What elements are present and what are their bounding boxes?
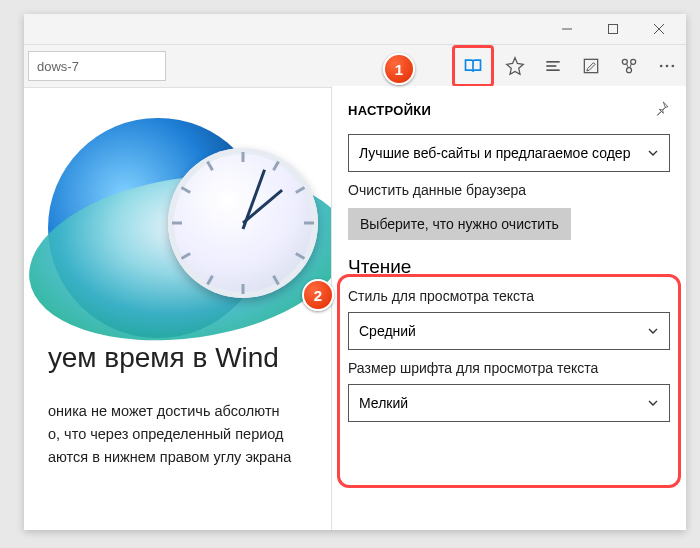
reading-section-header: Чтение <box>348 256 670 278</box>
article-heading: уем время в Wind <box>48 342 319 374</box>
reading-style-label: Стиль для просмотра текста <box>348 288 670 304</box>
window-minimize-button[interactable] <box>544 14 590 44</box>
edge-window: dows-7 уем время в Wind оника не мо <box>24 14 686 530</box>
annotation-marker-2: 2 <box>302 279 334 311</box>
svg-point-12 <box>666 65 669 68</box>
page-content: уем время в Wind оника не может достичь … <box>24 86 331 530</box>
panel-title: НАСТРОЙКИ <box>348 103 431 118</box>
reading-style-value: Средний <box>359 323 416 339</box>
svg-rect-7 <box>584 59 597 72</box>
font-size-value: Мелкий <box>359 395 408 411</box>
article-paragraph: оника не может достичь абсолютн о, что ч… <box>48 400 319 470</box>
topics-select[interactable]: Лучшие веб-сайты и предлагаемое содер <box>348 134 670 172</box>
chevron-down-icon <box>647 397 659 409</box>
clear-data-label: Очистить данные браузера <box>348 182 670 198</box>
clear-data-button[interactable]: Выберите, что нужно очистить <box>348 208 571 240</box>
svg-point-10 <box>627 68 632 73</box>
svg-point-13 <box>672 65 675 68</box>
font-size-label: Размер шрифта для просмотра текста <box>348 360 670 376</box>
window-maximize-button[interactable] <box>590 14 636 44</box>
font-size-select[interactable]: Мелкий <box>348 384 670 422</box>
favorite-star-icon[interactable] <box>496 45 534 87</box>
reading-view-icon[interactable] <box>452 45 494 87</box>
topics-select-value: Лучшие веб-сайты и предлагаемое содер <box>359 145 630 161</box>
chevron-down-icon <box>647 147 659 159</box>
svg-point-11 <box>660 65 663 68</box>
reading-style-select[interactable]: Средний <box>348 312 670 350</box>
more-icon[interactable] <box>648 45 686 87</box>
hero-image <box>48 118 331 318</box>
svg-rect-1 <box>609 25 618 34</box>
hub-icon[interactable] <box>534 45 572 87</box>
screenshot-stage: dows-7 уем время в Wind оника не мо <box>0 0 700 548</box>
pin-icon[interactable] <box>654 100 670 120</box>
address-bar[interactable]: dows-7 <box>28 51 166 81</box>
address-text: dows-7 <box>37 59 79 74</box>
webnote-icon[interactable] <box>572 45 610 87</box>
window-close-button[interactable] <box>636 14 682 44</box>
window-titlebar <box>24 14 686 45</box>
share-icon[interactable] <box>610 45 648 87</box>
annotation-marker-1: 1 <box>383 53 415 85</box>
chevron-down-icon <box>647 325 659 337</box>
settings-panel: НАСТРОЙКИ Лучшие веб-сайты и предлагаемо… <box>331 86 686 530</box>
toolbar: dows-7 <box>24 45 686 88</box>
